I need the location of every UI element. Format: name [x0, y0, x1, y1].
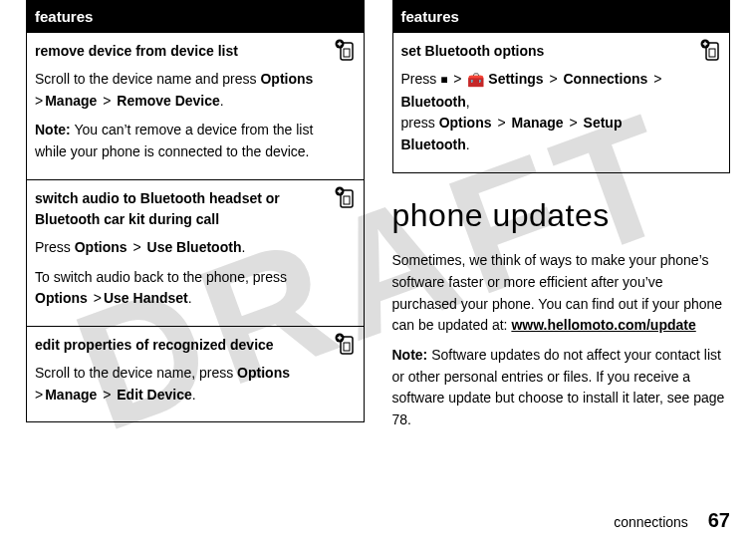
feature-note: Note: You can’t remove a device from the… [35, 120, 324, 162]
feature-cell-edit-properties: edit properties of recognized device Scr… [27, 327, 365, 422]
svg-rect-4 [344, 196, 350, 204]
feature-cell-remove-device: remove device from device list Scroll to… [27, 33, 365, 179]
toolbox-icon: 🧰 [467, 72, 488, 88]
feature-instruction: Scroll to the device name and press Opti… [35, 69, 324, 112]
features-table-right: features set Bluetooth options Press ■ >… [392, 0, 731, 173]
feature-instruction: Press ■ > 🧰 Settings > Connections > Blu… [401, 69, 690, 156]
svg-rect-1 [344, 49, 350, 57]
sim-plus-icon [334, 39, 358, 70]
feature-instruction: Scroll to the device name, press Options… [35, 363, 324, 406]
feature-cell-bluetooth-options: set Bluetooth options Press ■ > 🧰 Settin… [392, 33, 730, 172]
sim-plus-icon [699, 39, 723, 70]
feature-title: set Bluetooth options [401, 41, 690, 63]
update-link[interactable]: www.hellomoto.com/update [511, 317, 695, 333]
feature-title: remove device from device list [35, 41, 324, 63]
feature-title: switch audio to Bluetooth headset or Blu… [35, 188, 324, 231]
feature-title: edit properties of recognized device [35, 335, 324, 357]
section-paragraph-1: Sometimes, we think of ways to make your… [392, 250, 731, 337]
right-column: features set Bluetooth options Press ■ >… [392, 0, 731, 468]
left-column: features remove device from device list … [26, 0, 365, 468]
feature-instruction-extra: To switch audio back to the phone, press… [35, 267, 324, 310]
svg-rect-10 [709, 49, 715, 57]
feature-cell-switch-audio: switch audio to Bluetooth headset or Blu… [27, 179, 365, 326]
footer-section-label: connections [614, 514, 688, 530]
svg-rect-7 [344, 343, 350, 351]
page-footer: connections 67 [614, 509, 730, 532]
features-table-left: features remove device from device list … [26, 0, 365, 422]
feature-instruction: Press Options > Use Bluetooth. [35, 237, 324, 259]
features-header-right: features [392, 1, 730, 33]
page-number: 67 [708, 509, 730, 531]
section-heading: phone updates [392, 191, 731, 241]
sim-plus-icon [334, 333, 358, 364]
sim-plus-icon [334, 186, 358, 217]
section-paragraph-2: Note: Software updates do not affect you… [392, 345, 731, 431]
features-header-left: features [27, 1, 365, 33]
